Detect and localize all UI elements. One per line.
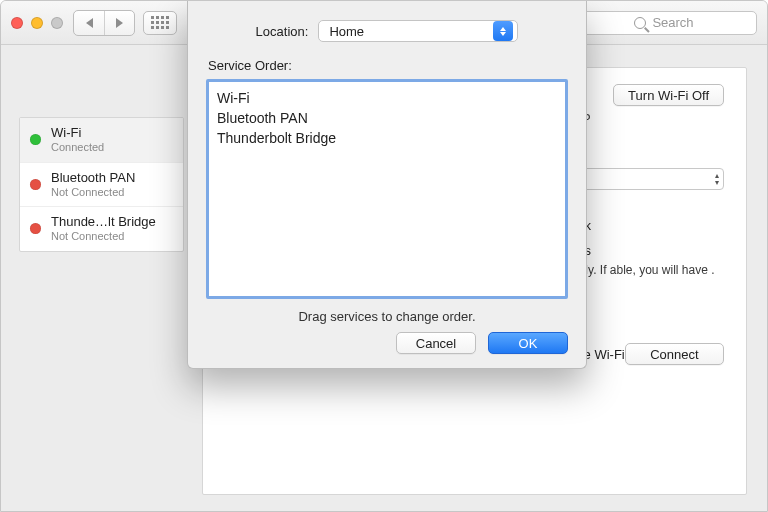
location-label: Location: bbox=[256, 24, 309, 39]
cancel-button[interactable]: Cancel bbox=[396, 332, 476, 354]
service-name: Bluetooth PAN bbox=[51, 171, 135, 186]
chevron-left-icon bbox=[86, 18, 93, 28]
service-status: Connected bbox=[51, 141, 104, 154]
service-status: Not Connected bbox=[51, 230, 156, 243]
sheet-buttons: Cancel OK bbox=[206, 332, 568, 354]
network-prefs-window: Network Search Wi-Fi Connected Bluetooth bbox=[0, 0, 768, 512]
service-name: Wi-Fi bbox=[51, 126, 104, 141]
status-dot-icon bbox=[30, 134, 41, 145]
nav-back-forward bbox=[73, 10, 135, 36]
service-list: Wi-Fi Connected Bluetooth PAN Not Connec… bbox=[19, 117, 184, 252]
stepper-icon: ▴▾ bbox=[715, 172, 719, 186]
turn-wifi-off-button[interactable]: Turn Wi-Fi Off bbox=[613, 84, 724, 106]
service-name: Thunde…lt Bridge bbox=[51, 215, 156, 230]
popup-arrows-icon bbox=[493, 21, 513, 41]
sidebar-wrap: Wi-Fi Connected Bluetooth PAN Not Connec… bbox=[1, 45, 184, 511]
search-icon bbox=[634, 17, 646, 29]
zoom-icon[interactable] bbox=[51, 17, 63, 29]
service-item-wifi[interactable]: Wi-Fi Connected bbox=[20, 118, 183, 163]
ok-button[interactable]: OK bbox=[488, 332, 568, 354]
list-item[interactable]: Bluetooth PAN bbox=[217, 108, 557, 128]
search-input[interactable]: Search bbox=[571, 11, 757, 35]
window-controls bbox=[11, 17, 63, 29]
list-item[interactable]: Thunderbolt Bridge bbox=[217, 128, 557, 148]
status-dot-icon bbox=[30, 223, 41, 234]
forward-button[interactable] bbox=[104, 11, 134, 35]
drag-hint: Drag services to change order. bbox=[206, 309, 568, 324]
service-status: Not Connected bbox=[51, 186, 135, 199]
location-row: Location: Home bbox=[206, 20, 568, 42]
service-order-label: Service Order: bbox=[208, 58, 568, 73]
back-button[interactable] bbox=[74, 11, 104, 35]
chevron-right-icon bbox=[116, 18, 123, 28]
location-value: Home bbox=[329, 24, 364, 39]
connect-button[interactable]: Connect bbox=[625, 343, 724, 365]
minimize-icon[interactable] bbox=[31, 17, 43, 29]
service-order-sheet: Location: Home Service Order: Wi-Fi Blue… bbox=[187, 1, 587, 369]
grid-icon bbox=[151, 16, 169, 29]
list-item[interactable]: Wi-Fi bbox=[217, 88, 557, 108]
close-icon[interactable] bbox=[11, 17, 23, 29]
search-placeholder: Search bbox=[652, 15, 693, 30]
show-all-button[interactable] bbox=[143, 11, 177, 35]
service-order-list[interactable]: Wi-Fi Bluetooth PAN Thunderbolt Bridge bbox=[206, 79, 568, 299]
location-popup[interactable]: Home bbox=[318, 20, 518, 42]
service-item-thunderbolt-bridge[interactable]: Thunde…lt Bridge Not Connected bbox=[20, 207, 183, 251]
service-item-bluetooth-pan[interactable]: Bluetooth PAN Not Connected bbox=[20, 163, 183, 208]
status-dot-icon bbox=[30, 179, 41, 190]
